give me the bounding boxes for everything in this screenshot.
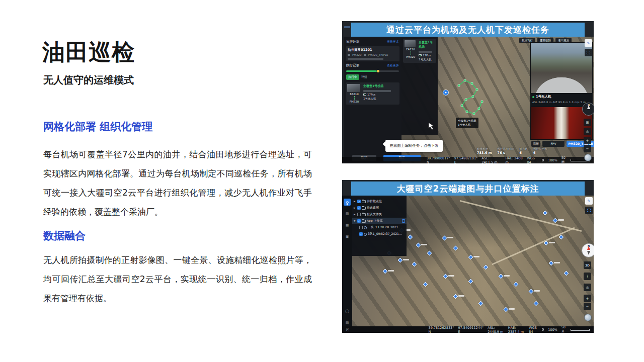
page: { "colors": { "heading_blue": "#2b49cf",…: [0, 0, 644, 362]
layer-label: App 上传库: [367, 219, 383, 223]
well-marker-label: [534, 290, 540, 292]
status-detail[interactable]: 详情: [361, 75, 367, 79]
drone-id: PM320: [347, 100, 361, 103]
folder-icon: [362, 207, 366, 210]
record-more-link[interactable]: 查看更多: [387, 63, 399, 68]
longitude: 97.54982101° E: [454, 156, 478, 164]
layer-row[interactable]: ▶默认文件夹: [352, 211, 407, 218]
select-area-icon[interactable]: [585, 49, 592, 56]
route-stats: 航线长度783.6 m预计执行时间76 s航点数6预计拍照数6: [477, 147, 547, 155]
latitude: 39.781262833° N: [429, 326, 454, 333]
battery-icon: [363, 94, 366, 96]
plan-section-title: 执行计划: [346, 40, 359, 44]
locate-tool-icon[interactable]: ◎: [584, 284, 591, 291]
layer-checkbox[interactable]: ✓: [359, 232, 363, 236]
route-stat: 航线长度783.6 m: [477, 147, 492, 155]
drone-label: 1号无人机: [419, 58, 435, 61]
asl-value: ASL: 2411.5 m: [481, 156, 501, 164]
folder-icon: [362, 200, 366, 203]
drone-icon: [364, 54, 366, 56]
layer-row[interactable]: 一队_13:20:28_2021...: [352, 224, 407, 231]
layer-label: 井群航点位: [367, 199, 382, 204]
layer-checkbox[interactable]: ✓: [357, 206, 361, 210]
drone-label: 1号无人机: [363, 97, 398, 101]
layers-icon[interactable]: ▤: [344, 210, 351, 217]
globe-icon[interactable]: [584, 154, 592, 161]
globe-icon[interactable]: [584, 314, 592, 321]
device-panel: EA210 PM320 全覆盖1号机场 17Pcs 1号无人机: [401, 37, 438, 135]
dispatch-tooltip: 在底图上编制任务，点击下发: [385, 140, 443, 152]
dock-icon: [348, 54, 350, 56]
battery-count: 17Pcs: [367, 93, 375, 96]
site-name: 全覆盖1号机场: [363, 84, 398, 88]
stat-value: 76 s: [498, 151, 514, 155]
layer-row[interactable]: ▼✓App 上传库: [352, 218, 407, 224]
zoom-in-button[interactable]: +: [584, 295, 591, 302]
chip-drone-name: 1号无人机: [458, 123, 476, 127]
device-card-2[interactable]: EA210 PM320 全覆盖1号机场 17Pcs 1号无人机: [403, 39, 436, 63]
plan-more-link[interactable]: 查看更多: [387, 40, 399, 44]
task-card[interactable]: 油井日常01201 PM320 PM320_TRIPLE: [346, 46, 399, 61]
chevron-icon[interactable]: ▶: [354, 207, 356, 209]
chevron-icon[interactable]: ▶: [354, 200, 356, 203]
stat-label: 预计执行时间: [498, 147, 514, 151]
locate-tool-icon[interactable]: ◎: [584, 128, 591, 135]
clarity-button[interactable]: 清晰: [531, 141, 540, 147]
zoom-in-button[interactable]: +: [584, 137, 591, 144]
layer-checkbox[interactable]: [357, 213, 361, 216]
fpv-button[interactable]: FPV: [542, 141, 565, 147]
scale-label: 50 米: [561, 325, 569, 333]
layers-list: ▶✓井群航点位▶✓快速建图▶默认文件夹▼✓App 上传库一队_13:20:28_…: [352, 198, 407, 237]
draw-tool-icon[interactable]: ✎: [585, 39, 592, 47]
task-name: 油井日常01201: [348, 48, 397, 52]
globe-rail-icon[interactable]: ◯: [344, 308, 351, 315]
compass[interactable]: N: [582, 103, 594, 116]
zoom-out-button[interactable]: −: [584, 145, 591, 152]
well-marker-label: [403, 259, 409, 260]
calendar-icon[interactable]: ▣: [344, 233, 351, 240]
screenshot-cloud-mapping: 大疆司空2云端建图与井口位置标注 ▤ ▦ ▣ ◯ ▤ ▶✓井群航点位▶✓快速建图…: [342, 180, 594, 333]
decorative-bar: [344, 26, 350, 28]
datum: WGS 84: [527, 156, 537, 164]
folder-icon: [362, 213, 366, 216]
layers-tool-icon[interactable]: ⊞: [584, 119, 591, 126]
draw-tool-icon[interactable]: ✎: [585, 197, 593, 205]
task-device-2: PM320_TRIPLE: [368, 53, 388, 56]
select-area-icon[interactable]: [585, 207, 593, 214]
chevron-icon[interactable]: ▶: [354, 213, 356, 216]
drone-id: PM320: [405, 55, 417, 58]
chevron-icon[interactable]: ▼: [354, 220, 356, 222]
drone-video-feed[interactable]: [530, 42, 593, 94]
annotation-pin-icon[interactable]: [344, 199, 351, 206]
view-3d-button[interactable]: 3D: [584, 261, 591, 269]
zoom-out-button[interactable]: −: [584, 303, 591, 310]
record-time-text: [419, 51, 432, 53]
feed-drone-name: 1号无人机: [536, 95, 551, 99]
layer-checkbox[interactable]: ✓: [357, 200, 361, 203]
stat-label: 航线长度: [477, 147, 492, 151]
stat-value: 6: [533, 151, 547, 155]
status-bar: 39.79980817° N 97.54982101° E ASL: 2411.…: [342, 157, 594, 163]
page-subtitle: 无人值守的运维模式: [43, 73, 134, 87]
asl-value: ASL: 2440.9 m: [488, 326, 504, 333]
layer-row[interactable]: ✓3队1_09:52:37_2021...: [352, 231, 407, 237]
layer-label: 快速建图: [367, 206, 379, 210]
section1-heading: 网格化部署 组织化管理: [43, 120, 152, 134]
layer-checkbox[interactable]: ✓: [357, 219, 361, 223]
layer-row[interactable]: ▶✓快速建图: [352, 205, 407, 211]
route-stat: 预计拍照数6: [533, 147, 547, 155]
media-icon[interactable]: ▦: [344, 222, 351, 229]
collapse-panel-icon[interactable]: ⎘: [346, 328, 349, 332]
compass[interactable]: N: [582, 243, 594, 257]
trash-icon[interactable]: [402, 219, 405, 223]
well-marker-label: [447, 237, 453, 238]
load-percent: 100%: [548, 158, 557, 162]
info-button[interactable]: i: [584, 273, 591, 280]
device-card[interactable]: EA210 PM320 全覆盖1号机场 17Pcs 1号无人机: [346, 82, 399, 105]
layers-panel: ▶✓井群航点位▶✓快速建图▶默认文件夹▼✓App 上传库一队_13:20:28_…: [352, 196, 407, 256]
layer-row[interactable]: ▶✓井群航点位: [352, 198, 407, 205]
screenshot-bottom-caption: 大疆司空2云端建图与井口位置标注: [351, 182, 585, 196]
screenshot-top-caption: 通过云平台为机场及无人机下发巡检任务: [351, 23, 585, 37]
layer-checkbox[interactable]: [359, 226, 363, 229]
list-rail-icon[interactable]: ▤: [344, 319, 351, 326]
